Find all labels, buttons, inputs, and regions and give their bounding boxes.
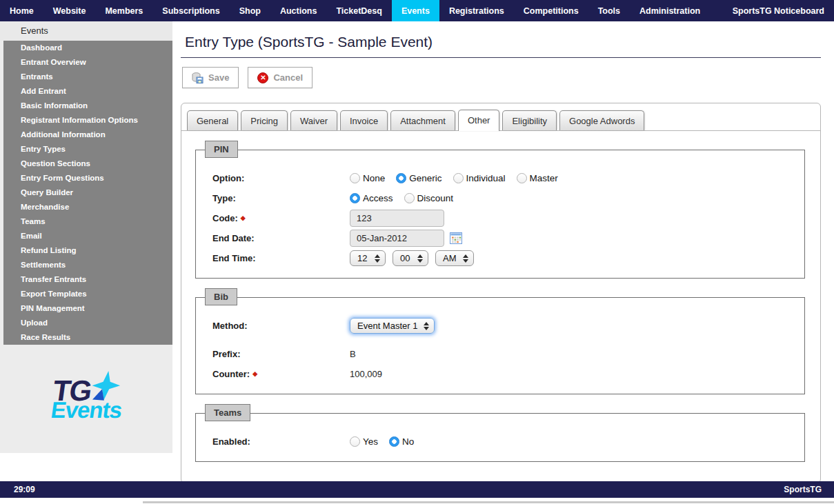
sidebar-item-question-sections[interactable]: Question Sections (3, 157, 172, 171)
cancel-button-label: Cancel (273, 72, 303, 83)
sidebar-item-export-templates[interactable]: Export Templates (3, 287, 172, 301)
bib-legend: Bib (205, 288, 237, 305)
cancel-button[interactable]: ✕ Cancel (248, 67, 312, 88)
code-input[interactable] (350, 210, 444, 227)
tab-attachment[interactable]: Attachment (390, 110, 455, 130)
pin-end-date-row: End Date: (212, 230, 804, 247)
page-title: Entry Type (SportsTG - Sample Event) (181, 32, 821, 58)
calendar-icon (450, 232, 462, 244)
sidebar-item-merchandise[interactable]: Merchandise (3, 200, 172, 214)
sidebar-item-email[interactable]: Email (3, 229, 172, 243)
nav-item-home[interactable]: Home (0, 0, 43, 21)
sidebar-item-race-results[interactable]: Race Results (3, 330, 172, 345)
end-time-ampm-select[interactable]: AM (435, 250, 474, 266)
nav-item-website[interactable]: Website (43, 0, 96, 21)
radio-circle-icon (350, 436, 360, 447)
nav-item-members[interactable]: Members (95, 0, 152, 21)
radio-option-yes[interactable]: Yes (350, 436, 378, 447)
bottom-divider (143, 501, 834, 503)
required-diamond-icon: ◆ (241, 214, 246, 221)
radio-option-generic[interactable]: Generic (396, 173, 441, 183)
nav-item-administration[interactable]: Administration (630, 0, 710, 21)
pin-type-radio-group: AccessDiscount (350, 193, 464, 203)
up-down-arrows-icon (424, 322, 429, 330)
sidebar-item-entry-form-questions[interactable]: Entry Form Questions (3, 171, 172, 185)
radio-option-no[interactable]: No (389, 436, 414, 447)
radio-option-individual[interactable]: Individual (453, 173, 506, 183)
end-time-label: End Time: (212, 253, 350, 263)
sidebar-item-pin-management[interactable]: PIN Management (3, 301, 172, 316)
sidebar-item-add-entrant[interactable]: Add Entrant (3, 84, 172, 99)
noticeboard-link[interactable]: SportsTG Noticeboard (723, 0, 834, 21)
tab-eligibility[interactable]: Eligibility (502, 110, 557, 130)
sidebar-item-transfer-entrants[interactable]: Transfer Entrants (3, 272, 172, 287)
radio-label: Individual (466, 173, 506, 183)
up-down-arrows-icon (417, 254, 423, 263)
tab-waiver[interactable]: Waiver (290, 110, 337, 130)
sidebar-item-entry-types[interactable]: Entry Types (3, 142, 172, 157)
radio-label: Discount (417, 193, 454, 203)
up-down-arrows-icon (463, 254, 468, 263)
radio-label: Access (363, 193, 393, 203)
sidebar-item-additional-information[interactable]: Additional Information (3, 128, 172, 142)
calendar-picker-button[interactable] (450, 232, 462, 244)
sidebar-item-query-builder[interactable]: Query Builder (3, 185, 172, 200)
tab-pricing[interactable]: Pricing (241, 110, 288, 130)
tab-other[interactable]: Other (458, 110, 500, 131)
nav-item-events[interactable]: Events (392, 0, 439, 21)
bib-method-select[interactable]: Event Master 1 (350, 318, 435, 334)
end-date-label: End Date: (212, 233, 350, 243)
sidebar-item-entrant-overview[interactable]: Entrant Overview (3, 55, 172, 70)
end-time-minute-select[interactable]: 00 (393, 250, 428, 266)
nav-item-ticketdesq[interactable]: TicketDesq (326, 0, 391, 21)
nav-item-competitions[interactable]: Competitions (514, 0, 588, 21)
top-action-bar: Save ✕ Cancel (182, 67, 821, 88)
nav-item-registrations[interactable]: Registrations (439, 0, 514, 21)
end-time-hour-select[interactable]: 12 (350, 250, 386, 266)
sidebar-item-teams[interactable]: Teams (3, 214, 172, 229)
nav-item-shop[interactable]: Shop (230, 0, 270, 21)
bib-prefix-row: Prefix: B (212, 345, 804, 363)
end-date-input[interactable] (350, 230, 444, 247)
bottom-strip (0, 498, 834, 504)
teams-enabled-radio-group: YesNo (350, 436, 425, 447)
logo-events-text: Events (50, 399, 123, 421)
radio-label: Yes (363, 436, 378, 447)
sidebar-item-refund-listing[interactable]: Refund Listing (3, 243, 172, 258)
sidebar-background: Events DashboardEntrant OverviewEntrants… (0, 21, 172, 453)
counter-value: 100,009 (350, 369, 382, 379)
radio-circle-icon (453, 173, 464, 183)
teams-legend: Teams (205, 404, 250, 421)
radio-option-none[interactable]: None (350, 173, 385, 183)
footer-brand: SportsTG (784, 485, 822, 494)
radio-circle-icon (350, 173, 360, 183)
prefix-value: B (350, 349, 356, 359)
save-button[interactable]: Save (182, 67, 239, 88)
sidebar-item-settlements[interactable]: Settlements (3, 258, 172, 272)
nav-item-tools[interactable]: Tools (588, 0, 630, 21)
up-down-arrows-icon (375, 254, 380, 263)
radio-circle-icon (396, 173, 406, 183)
save-button-label: Save (208, 72, 229, 83)
hour-value: 12 (357, 253, 367, 263)
sidebar-item-entrants[interactable]: Entrants (3, 70, 172, 84)
option-label: Option: (212, 173, 350, 183)
tab-general[interactable]: General (187, 110, 238, 130)
sidebar-item-dashboard[interactable]: Dashboard (3, 41, 172, 55)
tab-google-adwords[interactable]: Google Adwords (559, 110, 644, 130)
radio-option-access[interactable]: Access (350, 193, 393, 203)
sidebar-item-upload[interactable]: Upload (3, 316, 172, 330)
top-navbar: HomeWebsiteMembersSubscriptionsShopAucti… (0, 0, 834, 21)
tg-events-logo: TG Events (0, 345, 172, 453)
radio-label: No (402, 436, 414, 447)
sidebar-item-registrant-information-options[interactable]: Registrant Information Options (3, 113, 172, 128)
tab-invoice[interactable]: Invoice (340, 110, 388, 130)
radio-option-master[interactable]: Master (517, 173, 558, 183)
cancel-circle-x-icon: ✕ (257, 72, 268, 83)
radio-option-discount[interactable]: Discount (404, 193, 454, 203)
sidebar-item-basic-information[interactable]: Basic Information (3, 99, 172, 113)
prefix-label: Prefix: (212, 349, 350, 359)
bib-counter-row: Counter:◆ 100,009 (212, 365, 804, 383)
nav-item-auctions[interactable]: Auctions (270, 0, 326, 21)
nav-item-subscriptions[interactable]: Subscriptions (152, 0, 229, 21)
